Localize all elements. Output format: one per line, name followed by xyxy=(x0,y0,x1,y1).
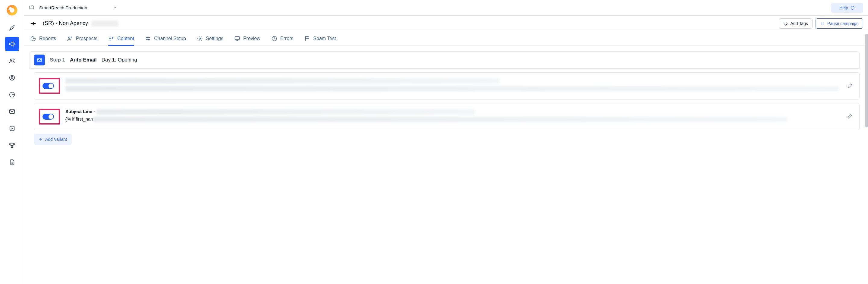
tab-prospects[interactable]: Prospects xyxy=(67,31,97,45)
tab-label: Channel Setup xyxy=(154,36,186,41)
flag-icon xyxy=(304,36,310,41)
scrollbar-thumb[interactable] xyxy=(865,34,868,127)
variant-toggle[interactable] xyxy=(42,83,54,89)
pie-icon xyxy=(30,36,36,41)
tab-content[interactable]: Content xyxy=(108,31,134,45)
campaign-title-redacted xyxy=(91,21,119,27)
redacted-preview xyxy=(65,86,839,91)
briefcase-icon xyxy=(29,4,34,11)
help-button[interactable]: Help xyxy=(831,3,863,13)
tab-spam-test[interactable]: Spam Test xyxy=(304,31,336,45)
add-variant-button[interactable]: Add Variant xyxy=(34,134,72,145)
variant-body: Subject Line - {% if first_nan xyxy=(65,109,855,122)
content-icon xyxy=(108,36,114,41)
plus-icon xyxy=(38,137,43,141)
svg-point-10 xyxy=(71,37,72,38)
scrollbar[interactable] xyxy=(865,33,868,284)
tab-label: Errors xyxy=(280,36,293,41)
tab-label: Prospects xyxy=(76,36,97,41)
tab-errors[interactable]: Errors xyxy=(271,31,293,45)
tab-label: Preview xyxy=(243,36,260,41)
pause-icon xyxy=(820,21,825,26)
tab-settings[interactable]: Settings xyxy=(197,31,223,45)
nav-profile[interactable] xyxy=(5,70,19,85)
edit-button[interactable] xyxy=(847,113,853,120)
tab-reports[interactable]: Reports xyxy=(30,31,56,45)
step-header[interactable]: Step 1 Auto Email Day 1: Opening xyxy=(30,51,860,69)
main: SmartReach Production Help (SR) - Non Ag… xyxy=(24,0,868,284)
pause-label: Pause campaign xyxy=(827,21,859,26)
svg-rect-14 xyxy=(235,36,239,39)
variant-snippet: {% if first_nan xyxy=(65,116,855,122)
svg-point-13 xyxy=(199,38,201,39)
topbar: SmartReach Production Help xyxy=(24,0,868,16)
chevron-down-icon xyxy=(113,5,117,10)
tag-icon xyxy=(783,21,788,26)
svg-rect-7 xyxy=(30,6,34,9)
nav-rocket[interactable] xyxy=(5,20,19,34)
svg-rect-6 xyxy=(10,126,14,131)
help-label: Help xyxy=(839,5,848,10)
email-icon xyxy=(34,55,45,65)
sliders-icon xyxy=(145,36,151,41)
tabs-row: Reports Prospects Content Channel Setup … xyxy=(24,31,868,46)
tab-label: Content xyxy=(117,36,134,41)
variant-card-a[interactable] xyxy=(34,72,860,99)
nav-doc[interactable] xyxy=(5,155,19,169)
sidebar xyxy=(0,0,24,284)
add-variant-label: Add Variant xyxy=(45,137,67,142)
back-button[interactable] xyxy=(29,19,37,28)
campaign-title-text: (SR) - Non Agency xyxy=(43,20,88,26)
nav-megaphone[interactable] xyxy=(5,37,19,51)
nav-inbox[interactable] xyxy=(5,104,19,119)
nav-reports[interactable] xyxy=(5,88,19,102)
step-kind: Auto Email xyxy=(70,57,97,63)
campaign-header: (SR) - Non Agency Add Tags Pause campaig… xyxy=(24,16,868,31)
campaign-title: (SR) - Non Agency xyxy=(43,20,119,27)
workspace-selector[interactable]: SmartReach Production xyxy=(29,4,117,11)
pause-campaign-button[interactable]: Pause campaign xyxy=(815,19,863,29)
toggle-highlight xyxy=(39,78,60,94)
help-circle-icon xyxy=(850,6,855,10)
tab-label: Reports xyxy=(39,36,56,41)
tab-preview[interactable]: Preview xyxy=(234,31,260,45)
nav-tasks[interactable] xyxy=(5,121,19,136)
tab-channel-setup[interactable]: Channel Setup xyxy=(145,31,186,45)
variant-body xyxy=(65,78,855,94)
edit-button[interactable] xyxy=(847,82,853,90)
variant-toggle[interactable] xyxy=(42,114,54,120)
nav-trophy[interactable] xyxy=(5,138,19,153)
svg-point-0 xyxy=(13,7,15,9)
redacted-subject xyxy=(65,78,499,84)
add-tags-button[interactable]: Add Tags xyxy=(779,19,812,29)
toggle-highlight xyxy=(39,109,60,125)
nav-team[interactable] xyxy=(5,54,19,68)
people-icon xyxy=(67,36,73,41)
workspace-name: SmartReach Production xyxy=(39,5,87,10)
tab-label: Spam Test xyxy=(313,36,336,41)
add-tags-label: Add Tags xyxy=(790,21,808,26)
variant-card-b[interactable]: Subject Line - {% if first_nan xyxy=(34,103,860,130)
logo xyxy=(0,3,24,18)
step-day: Day 1: Opening xyxy=(101,57,137,63)
svg-point-1 xyxy=(10,59,12,61)
svg-point-4 xyxy=(11,76,13,78)
step-number: Step 1 xyxy=(50,57,65,63)
variant-subject: Subject Line - xyxy=(65,109,855,115)
monitor-icon xyxy=(234,36,240,41)
content-area: Step 1 Auto Email Day 1: Opening xyxy=(24,46,868,284)
alert-icon xyxy=(271,36,277,41)
svg-point-2 xyxy=(13,59,14,60)
svg-point-9 xyxy=(68,37,70,38)
tab-label: Settings xyxy=(206,36,223,41)
gear-icon xyxy=(197,36,203,41)
